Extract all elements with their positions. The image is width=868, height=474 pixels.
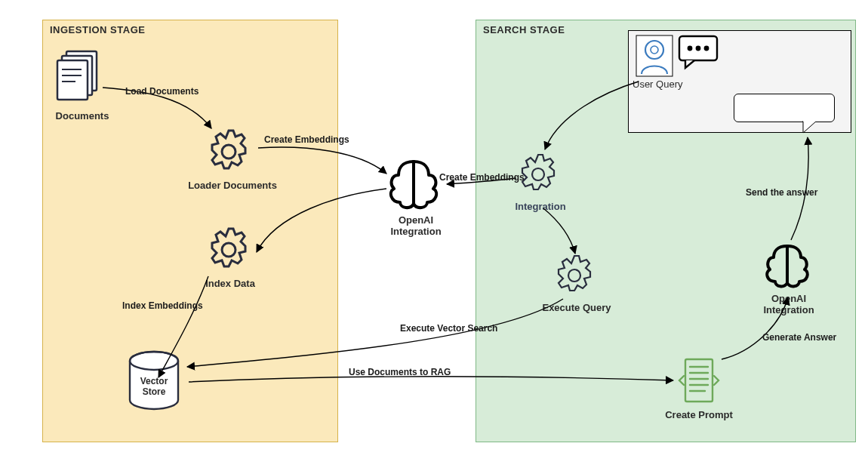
answer-bubble <box>734 94 835 122</box>
openai-right-brain-icon <box>761 240 814 291</box>
user-avatar-icon <box>636 35 673 77</box>
user-chat-icon <box>678 35 720 69</box>
svg-point-7 <box>222 243 235 257</box>
svg-point-18 <box>532 168 544 180</box>
svg-point-15 <box>688 46 693 51</box>
svg-rect-20 <box>685 359 713 402</box>
arrow-create-embeddings-1 <box>254 140 397 186</box>
edge-send-answer: Send the answer <box>746 187 817 198</box>
svg-point-19 <box>568 269 580 282</box>
arrow-userquery-to-integration <box>528 77 649 160</box>
arrow-brain-to-index <box>246 184 397 267</box>
svg-point-16 <box>696 46 701 51</box>
edge-execute-vector-search: Execute Vector Search <box>400 323 497 334</box>
edge-create-embeddings-1: Create Embeddings <box>264 134 349 145</box>
arrow-execute-vector-search <box>181 294 574 377</box>
ingestion-stage-title: INGESTION STAGE <box>50 24 145 35</box>
arrow-integration-to-exec <box>537 204 590 264</box>
edge-generate-answer: Generate Answer <box>762 332 836 343</box>
arrow-generate-answer <box>716 291 799 367</box>
create-prompt-label: Create Prompt <box>661 409 737 420</box>
arrow-use-documents-to-rag <box>184 373 682 403</box>
svg-point-17 <box>704 46 709 51</box>
edge-create-embeddings-2: Create Embeddings <box>439 172 525 183</box>
create-prompt-icon <box>676 355 722 408</box>
svg-point-6 <box>222 145 235 159</box>
edge-use-documents-to-rag: Use Documents to RAG <box>349 367 451 377</box>
svg-rect-2 <box>57 60 88 100</box>
diagram-canvas: INGESTION STAGE SEARCH STAGE Documents <box>0 0 868 474</box>
search-stage-title: SEARCH STAGE <box>483 24 565 35</box>
edge-load-documents: Load Documents <box>125 86 199 97</box>
